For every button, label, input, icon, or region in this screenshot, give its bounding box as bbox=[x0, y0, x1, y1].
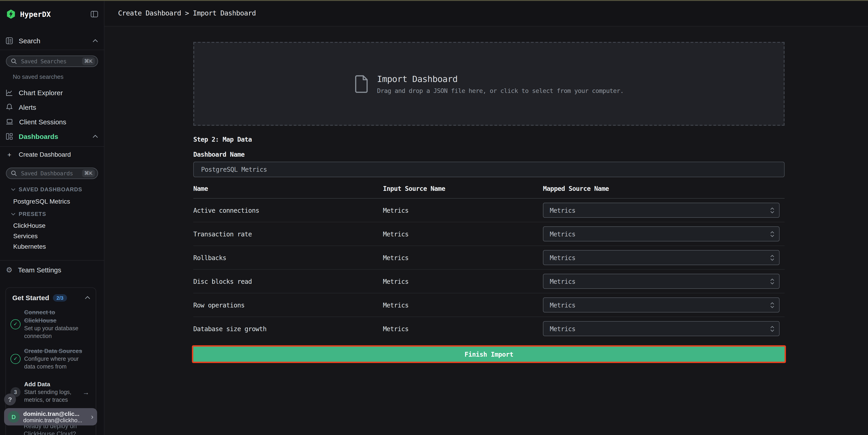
laptop-icon bbox=[6, 119, 13, 125]
sidebar-item-label: Chart Explorer bbox=[19, 89, 98, 96]
gear-icon: ⚙ bbox=[6, 266, 12, 273]
mapped-source-select[interactable]: Metrics bbox=[543, 250, 780, 265]
breadcrumb-create-dashboard[interactable]: Create Dashboard bbox=[118, 9, 181, 17]
sidebar-section-search[interactable]: Search bbox=[0, 32, 104, 50]
saved-dashboard-item[interactable]: PostgreSQL Metrics bbox=[13, 197, 104, 205]
brand-title: HyperDX bbox=[20, 10, 91, 19]
search-icon bbox=[11, 58, 17, 64]
app-window: HyperDX Search bbox=[0, 0, 868, 435]
create-dashboard-button[interactable]: + Create Dashboard bbox=[0, 147, 104, 162]
step-title: Create Data Sources bbox=[24, 347, 82, 355]
json-dropzone[interactable]: Import Dashboard Drag and drop a JSON fi… bbox=[193, 42, 784, 126]
sidebar-item-label: Alerts bbox=[19, 103, 98, 111]
chevron-down-icon bbox=[11, 213, 16, 215]
chevron-up-icon bbox=[85, 296, 90, 299]
sidebar-item-client-sessions[interactable]: Client Sessions bbox=[0, 114, 104, 129]
preset-label: Services bbox=[13, 232, 38, 240]
preset-item-clickhouse[interactable]: ClickHouse bbox=[13, 221, 104, 230]
team-settings-button[interactable]: ⚙ Team Settings bbox=[0, 260, 104, 279]
select-chevrons-icon bbox=[770, 302, 775, 308]
column-header-input-source: Input Source Name bbox=[383, 185, 543, 192]
get-started-step-data-sources[interactable]: ✓ Create Data Sources Configure where yo… bbox=[10, 347, 91, 371]
mapped-source-select[interactable]: Metrics bbox=[543, 321, 780, 336]
dashboard-name-label: Dashboard Name bbox=[193, 151, 784, 158]
dropzone-subtitle: Drag and drop a JSON file here, or click… bbox=[377, 87, 624, 94]
mapping-table-body: Active connections Metrics Metrics Trans… bbox=[193, 199, 784, 340]
get-started-header[interactable]: Get Started 2/3 bbox=[6, 288, 96, 302]
row-name: Database size growth bbox=[193, 325, 383, 332]
check-circle-icon: ✓ bbox=[10, 354, 21, 364]
saved-searches-searchbox[interactable]: ⌘K bbox=[6, 56, 98, 67]
presets-group-header[interactable]: PRESETS bbox=[11, 210, 104, 218]
mapped-source-select[interactable]: Metrics bbox=[543, 203, 780, 218]
sidebar-nav: Chart Explorer Alerts Cl bbox=[0, 85, 104, 143]
collapse-sidebar-icon[interactable] bbox=[91, 11, 98, 17]
row-input-source: Metrics bbox=[383, 278, 543, 285]
file-icon bbox=[354, 74, 370, 93]
selected-value: Metrics bbox=[550, 230, 770, 238]
sidebar-item-label: Client Sessions bbox=[19, 118, 98, 126]
row-input-source: Metrics bbox=[383, 230, 543, 238]
step-2-label: Step 2: Map Data bbox=[193, 136, 784, 143]
saved-dashboards-searchbox[interactable]: ⌘K bbox=[6, 168, 98, 179]
main-area: Create Dashboard > Import Dashboard Impo… bbox=[104, 0, 868, 435]
user-menu[interactable]: D dominic.tran@clic... dominic.tran@clic… bbox=[4, 408, 97, 426]
saved-dashboards-group-header[interactable]: SAVED DASHBOARDS bbox=[11, 186, 104, 194]
table-row: Transaction rate Metrics Metrics bbox=[193, 222, 784, 246]
help-button[interactable]: ? bbox=[4, 394, 16, 405]
sidebar-item-chart-explorer[interactable]: Chart Explorer bbox=[0, 85, 104, 100]
no-saved-searches-text: No saved searches bbox=[13, 73, 104, 80]
selected-value: Metrics bbox=[550, 301, 770, 309]
create-dashboard-label: Create Dashboard bbox=[19, 151, 71, 158]
step-description: Set up your database connection bbox=[24, 325, 87, 340]
select-chevrons-icon bbox=[770, 278, 775, 285]
get-started-step-add-data[interactable]: 3 Add Data Start sending logs, metrics, … bbox=[10, 380, 91, 404]
step-description: Configure where your data comes from bbox=[24, 355, 87, 371]
table-row: Rollbacks Metrics Metrics bbox=[193, 246, 784, 270]
mapped-source-select[interactable]: Metrics bbox=[543, 274, 780, 289]
saved-dashboard-label: PostgreSQL Metrics bbox=[13, 198, 70, 205]
sidebar-item-alerts[interactable]: Alerts bbox=[0, 100, 104, 114]
team-settings-label: Team Settings bbox=[18, 266, 61, 274]
table-header: Name Input Source Name Mapped Source Nam… bbox=[193, 185, 784, 199]
progress-badge: 2/3 bbox=[53, 294, 67, 301]
row-name: Transaction rate bbox=[193, 230, 383, 238]
table-row: Disc blocks read Metrics Metrics bbox=[193, 270, 784, 293]
table-row: Database size growth Metrics Metrics bbox=[193, 317, 784, 340]
bell-icon bbox=[6, 103, 13, 111]
select-chevrons-icon bbox=[770, 326, 775, 332]
dashboard-name-input[interactable] bbox=[193, 162, 784, 177]
logo-row: HyperDX bbox=[0, 0, 104, 28]
column-header-mapped-source: Mapped Source Name bbox=[543, 185, 784, 192]
arrow-right-icon: → bbox=[83, 388, 89, 396]
search-section-icon bbox=[6, 37, 13, 44]
finish-import-button[interactable]: Finish Import bbox=[193, 347, 784, 362]
select-chevrons-icon bbox=[770, 231, 775, 237]
preset-label: ClickHouse bbox=[13, 222, 45, 229]
preset-item-kubernetes[interactable]: Kubernetes bbox=[13, 242, 104, 250]
selected-value: Metrics bbox=[550, 254, 770, 261]
row-name: Active connections bbox=[193, 207, 383, 214]
get-started-step-connect[interactable]: ✓ Connect to ClickHouse Set up your data… bbox=[10, 308, 91, 340]
user-name: dominic.tran@clic... bbox=[23, 410, 89, 417]
saved-searches-input[interactable] bbox=[20, 57, 82, 65]
get-started-title: Get Started bbox=[12, 294, 49, 302]
selected-value: Metrics bbox=[550, 325, 770, 332]
table-row: Active connections Metrics Metrics bbox=[193, 199, 784, 222]
shortcut-badge: ⌘K bbox=[82, 169, 95, 177]
step-title: Add Data bbox=[24, 381, 50, 388]
breadcrumb-import-dashboard[interactable]: Import Dashboard bbox=[193, 9, 256, 17]
saved-dashboards-input[interactable] bbox=[20, 169, 82, 177]
dashboards-grid-icon bbox=[6, 133, 13, 140]
mapped-source-select[interactable]: Metrics bbox=[543, 226, 780, 241]
sidebar-item-label: Dashboards bbox=[19, 132, 93, 140]
row-name: Disc blocks read bbox=[193, 278, 383, 285]
mapped-source-select[interactable]: Metrics bbox=[543, 297, 780, 312]
hyperdx-logo-icon bbox=[6, 9, 16, 19]
avatar: D bbox=[8, 411, 20, 423]
table-row: Row operations Metrics Metrics bbox=[193, 293, 784, 317]
shortcut-badge: ⌘K bbox=[82, 57, 95, 65]
preset-item-services[interactable]: Services bbox=[13, 232, 104, 240]
column-header-name: Name bbox=[193, 185, 383, 192]
sidebar-item-dashboards[interactable]: Dashboards bbox=[0, 129, 104, 143]
